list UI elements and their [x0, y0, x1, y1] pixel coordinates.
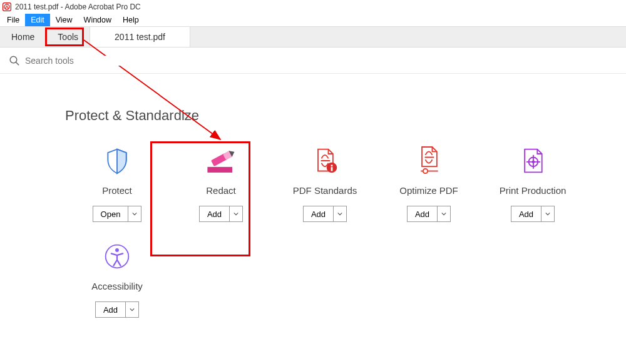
- add-split-button: Add: [407, 206, 451, 222]
- tab-tools[interactable]: Tools: [46, 27, 90, 47]
- tool-label: Print Production: [500, 185, 567, 196]
- section-title: Protect & Standardize: [65, 108, 626, 124]
- tool-print-production[interactable]: Print Production Add: [481, 145, 585, 222]
- add-split-button: Add: [303, 206, 347, 222]
- tool-label: PDF Standards: [293, 185, 357, 196]
- svg-rect-9: [331, 164, 333, 166]
- window-titlebar: 2011 test.pdf - Adobe Acrobat Pro DC: [0, 0, 626, 14]
- svg-rect-10: [331, 167, 333, 171]
- menubar: File Edit View Window Help: [0, 14, 626, 26]
- add-split-button: Add: [199, 206, 243, 222]
- svg-rect-4: [207, 167, 232, 173]
- tabbar: Home Tools 2011 test.pdf: [0, 26, 626, 48]
- tool-optimize-pdf[interactable]: Optimize PDF Add: [377, 145, 481, 222]
- add-split-button: Add: [95, 301, 139, 318]
- tool-pdf-standards[interactable]: PDF Standards Add: [273, 145, 377, 222]
- svg-point-12: [423, 169, 428, 173]
- search-icon: [9, 55, 20, 66]
- add-button[interactable]: Add: [96, 302, 126, 317]
- tool-label: Redact: [206, 185, 236, 196]
- add-dropdown[interactable]: [438, 206, 450, 221]
- tool-row-1: Protect Open Redact Add: [65, 145, 626, 241]
- print-target-icon: [515, 145, 551, 176]
- open-split-button: Open: [93, 206, 142, 222]
- pdf-optimize-icon: [411, 145, 447, 176]
- add-button[interactable]: Add: [408, 206, 438, 221]
- menu-help[interactable]: Help: [117, 14, 145, 26]
- menu-window[interactable]: Window: [78, 14, 117, 26]
- add-dropdown[interactable]: [334, 206, 346, 221]
- tool-row-2: Accessibility Add: [65, 241, 626, 336]
- tool-redact[interactable]: Redact Add: [169, 145, 273, 222]
- shield-icon: [99, 145, 135, 176]
- add-split-button: Add: [511, 206, 555, 222]
- tool-protect[interactable]: Protect Open: [65, 145, 169, 222]
- window-title: 2011 test.pdf - Adobe Acrobat Pro DC: [15, 3, 141, 11]
- open-button[interactable]: Open: [93, 206, 129, 221]
- tool-accessibility[interactable]: Accessibility Add: [65, 241, 169, 318]
- searchbar: [0, 48, 626, 74]
- tool-label: Protect: [102, 185, 132, 196]
- search-input[interactable]: [25, 56, 617, 66]
- tool-label: Optimize PDF: [399, 185, 458, 196]
- eraser-icon: [203, 145, 239, 176]
- add-dropdown[interactable]: [126, 302, 138, 317]
- menu-view[interactable]: View: [50, 14, 78, 26]
- add-button[interactable]: Add: [200, 206, 230, 221]
- menu-file[interactable]: File: [1, 14, 25, 26]
- add-dropdown[interactable]: [541, 206, 554, 221]
- svg-point-16: [532, 161, 535, 164]
- add-button[interactable]: Add: [304, 206, 334, 221]
- svg-line-3: [16, 62, 19, 65]
- accessibility-icon: [99, 241, 135, 272]
- tab-document[interactable]: 2011 test.pdf: [90, 27, 190, 47]
- pdf-info-icon: [307, 145, 343, 176]
- menu-edit[interactable]: Edit: [25, 14, 50, 26]
- acrobat-icon: [3, 3, 11, 11]
- add-button[interactable]: Add: [511, 206, 541, 221]
- content-area: Protect & Standardize Protect Open: [0, 74, 626, 336]
- svg-point-18: [115, 248, 119, 252]
- open-dropdown[interactable]: [128, 206, 141, 221]
- tab-home[interactable]: Home: [0, 27, 46, 47]
- tool-label: Accessibility: [91, 281, 143, 291]
- add-dropdown[interactable]: [230, 206, 242, 221]
